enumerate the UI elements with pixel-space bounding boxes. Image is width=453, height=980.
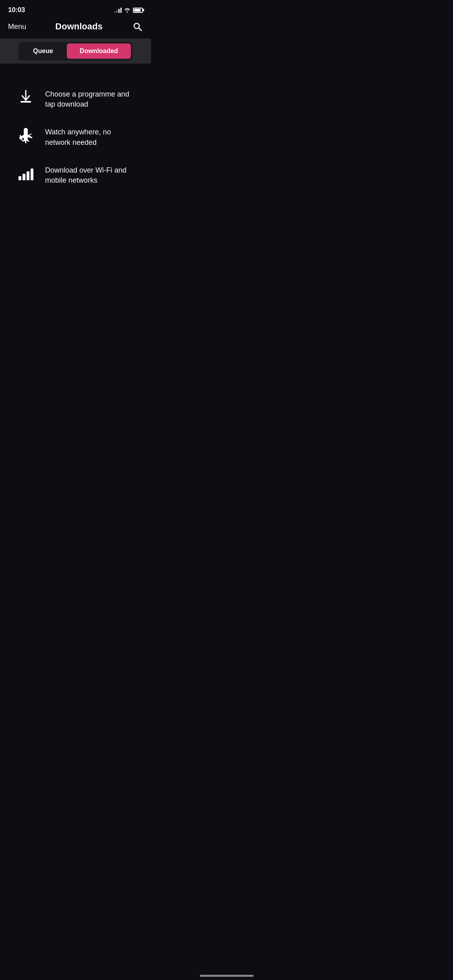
svg-line-2 (139, 28, 142, 31)
download-icon (16, 88, 35, 107)
feature-item-airplane: Watch anywhere, no network needed (16, 126, 135, 147)
svg-point-0 (126, 11, 128, 12)
feature-text-download: Choose a programme and tap download (45, 88, 135, 109)
svg-rect-8 (31, 169, 33, 180)
airplane-icon (16, 126, 35, 145)
main-content: Choose a programme and tap download Watc… (0, 64, 151, 202)
tab-queue[interactable]: Queue (20, 43, 66, 59)
search-button[interactable] (132, 21, 143, 32)
wifi-icon (124, 8, 130, 12)
feature-text-network: Download over Wi-Fi and mobile networks (45, 164, 135, 185)
tab-downloaded[interactable]: Downloaded (67, 43, 131, 59)
feature-item-download: Choose a programme and tap download (16, 88, 135, 109)
signal-bars-icon (114, 7, 122, 13)
status-icons (114, 7, 143, 13)
tab-container: Queue Downloaded (19, 42, 132, 60)
svg-rect-4 (21, 101, 30, 102)
status-time: 10:03 (8, 6, 25, 14)
page-title: Downloads (55, 21, 102, 32)
battery-icon (133, 8, 143, 13)
svg-rect-6 (23, 174, 25, 180)
menu-button[interactable]: Menu (8, 23, 26, 31)
feature-text-airplane: Watch anywhere, no network needed (45, 126, 135, 147)
feature-item-network: Download over Wi-Fi and mobile networks (16, 164, 135, 185)
svg-rect-5 (19, 176, 21, 180)
search-icon (132, 22, 142, 31)
svg-rect-7 (27, 171, 29, 180)
signal-bars-large-icon (16, 164, 35, 183)
nav-header: Menu Downloads (0, 18, 151, 39)
tab-bar: Queue Downloaded (0, 39, 151, 64)
status-bar: 10:03 (0, 0, 151, 18)
